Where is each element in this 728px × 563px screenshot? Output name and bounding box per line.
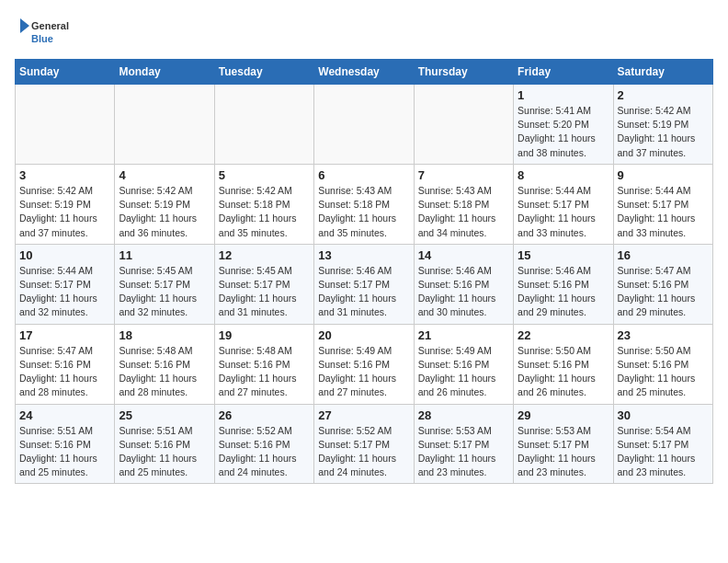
day-info: Sunrise: 5:52 AMSunset: 5:17 PMDaylight:… [318, 424, 409, 480]
day-info: Sunrise: 5:43 AMSunset: 5:18 PMDaylight:… [418, 184, 509, 240]
weekday-header: Wednesday [314, 60, 414, 85]
day-info: Sunrise: 5:54 AMSunset: 5:17 PMDaylight:… [618, 424, 709, 480]
day-info: Sunrise: 5:52 AMSunset: 5:16 PMDaylight:… [219, 424, 310, 480]
weekday-header: Friday [514, 60, 613, 85]
calendar-cell: 10Sunrise: 5:44 AMSunset: 5:17 PMDayligh… [16, 244, 115, 324]
day-number: 4 [119, 168, 210, 182]
calendar-cell: 27Sunrise: 5:52 AMSunset: 5:17 PMDayligh… [314, 404, 414, 484]
day-number: 24 [19, 408, 110, 422]
day-info: Sunrise: 5:50 AMSunset: 5:16 PMDaylight:… [518, 344, 609, 400]
svg-marker-2 [20, 18, 29, 33]
weekday-header: Monday [115, 60, 214, 85]
day-info: Sunrise: 5:42 AMSunset: 5:18 PMDaylight:… [219, 184, 310, 240]
calendar-cell: 19Sunrise: 5:48 AMSunset: 5:16 PMDayligh… [214, 324, 313, 404]
calendar-week-row: 1Sunrise: 5:41 AMSunset: 5:20 PMDaylight… [16, 85, 713, 165]
day-number: 15 [518, 248, 609, 262]
day-info: Sunrise: 5:48 AMSunset: 5:16 PMDaylight:… [119, 344, 210, 400]
day-number: 27 [318, 408, 409, 422]
calendar-cell: 8Sunrise: 5:44 AMSunset: 5:17 PMDaylight… [514, 164, 613, 244]
calendar-cell [16, 85, 115, 165]
calendar-week-row: 24Sunrise: 5:51 AMSunset: 5:16 PMDayligh… [16, 404, 713, 484]
day-info: Sunrise: 5:49 AMSunset: 5:16 PMDaylight:… [418, 344, 509, 400]
calendar-cell [314, 85, 414, 165]
day-number: 10 [19, 248, 110, 262]
calendar-cell [115, 85, 214, 165]
calendar-cell: 15Sunrise: 5:46 AMSunset: 5:16 PMDayligh… [514, 244, 613, 324]
day-info: Sunrise: 5:47 AMSunset: 5:16 PMDaylight:… [19, 344, 110, 400]
day-info: Sunrise: 5:42 AMSunset: 5:19 PMDaylight:… [19, 184, 110, 240]
day-info: Sunrise: 5:53 AMSunset: 5:17 PMDaylight:… [518, 424, 609, 480]
day-info: Sunrise: 5:42 AMSunset: 5:19 PMDaylight:… [618, 104, 709, 160]
calendar-header-row: SundayMondayTuesdayWednesdayThursdayFrid… [16, 60, 713, 85]
calendar-cell: 21Sunrise: 5:49 AMSunset: 5:16 PMDayligh… [414, 324, 513, 404]
day-info: Sunrise: 5:45 AMSunset: 5:17 PMDaylight:… [119, 264, 210, 320]
day-number: 11 [119, 248, 210, 262]
day-info: Sunrise: 5:51 AMSunset: 5:16 PMDaylight:… [19, 424, 110, 480]
calendar-cell: 29Sunrise: 5:53 AMSunset: 5:17 PMDayligh… [514, 404, 613, 484]
weekday-header: Tuesday [214, 60, 313, 85]
day-number: 14 [418, 248, 509, 262]
day-info: Sunrise: 5:47 AMSunset: 5:16 PMDaylight:… [618, 264, 709, 320]
day-number: 21 [418, 328, 509, 342]
calendar-cell: 16Sunrise: 5:47 AMSunset: 5:16 PMDayligh… [613, 244, 712, 324]
calendar-cell: 3Sunrise: 5:42 AMSunset: 5:19 PMDaylight… [16, 164, 115, 244]
day-number: 7 [418, 168, 509, 182]
calendar-cell: 23Sunrise: 5:50 AMSunset: 5:16 PMDayligh… [613, 324, 712, 404]
calendar-cell: 24Sunrise: 5:51 AMSunset: 5:16 PMDayligh… [16, 404, 115, 484]
day-number: 30 [618, 408, 709, 422]
day-number: 28 [418, 408, 509, 422]
calendar-cell [214, 85, 313, 165]
day-info: Sunrise: 5:44 AMSunset: 5:17 PMDaylight:… [19, 264, 110, 320]
calendar-week-row: 3Sunrise: 5:42 AMSunset: 5:19 PMDaylight… [16, 164, 713, 244]
day-info: Sunrise: 5:43 AMSunset: 5:18 PMDaylight:… [318, 184, 409, 240]
calendar-week-row: 10Sunrise: 5:44 AMSunset: 5:17 PMDayligh… [16, 244, 713, 324]
day-info: Sunrise: 5:45 AMSunset: 5:17 PMDaylight:… [219, 264, 310, 320]
calendar-cell: 6Sunrise: 5:43 AMSunset: 5:18 PMDaylight… [314, 164, 414, 244]
day-info: Sunrise: 5:44 AMSunset: 5:17 PMDaylight:… [518, 184, 609, 240]
calendar-cell: 14Sunrise: 5:46 AMSunset: 5:16 PMDayligh… [414, 244, 513, 324]
day-number: 22 [518, 328, 609, 342]
weekday-header: Sunday [16, 60, 115, 85]
day-number: 1 [518, 88, 609, 102]
logo: General Blue [15, 15, 70, 50]
calendar-cell: 12Sunrise: 5:45 AMSunset: 5:17 PMDayligh… [214, 244, 313, 324]
day-number: 12 [219, 248, 310, 262]
calendar-cell: 11Sunrise: 5:45 AMSunset: 5:17 PMDayligh… [115, 244, 214, 324]
calendar-cell: 7Sunrise: 5:43 AMSunset: 5:18 PMDaylight… [414, 164, 513, 244]
calendar-cell: 30Sunrise: 5:54 AMSunset: 5:17 PMDayligh… [613, 404, 712, 484]
calendar-table: SundayMondayTuesdayWednesdayThursdayFrid… [15, 59, 713, 484]
weekday-header: Saturday [613, 60, 712, 85]
day-number: 20 [318, 328, 409, 342]
day-number: 23 [618, 328, 709, 342]
day-info: Sunrise: 5:53 AMSunset: 5:17 PMDaylight:… [418, 424, 509, 480]
day-number: 13 [318, 248, 409, 262]
day-info: Sunrise: 5:42 AMSunset: 5:19 PMDaylight:… [119, 184, 210, 240]
day-info: Sunrise: 5:46 AMSunset: 5:16 PMDaylight:… [418, 264, 509, 320]
page-header: General Blue [15, 15, 713, 50]
calendar-cell: 1Sunrise: 5:41 AMSunset: 5:20 PMDaylight… [514, 85, 613, 165]
calendar-cell: 17Sunrise: 5:47 AMSunset: 5:16 PMDayligh… [16, 324, 115, 404]
calendar-cell: 4Sunrise: 5:42 AMSunset: 5:19 PMDaylight… [115, 164, 214, 244]
day-info: Sunrise: 5:44 AMSunset: 5:17 PMDaylight:… [618, 184, 709, 240]
calendar-cell: 2Sunrise: 5:42 AMSunset: 5:19 PMDaylight… [613, 85, 712, 165]
day-number: 3 [19, 168, 110, 182]
calendar-cell: 25Sunrise: 5:51 AMSunset: 5:16 PMDayligh… [115, 404, 214, 484]
calendar-cell: 18Sunrise: 5:48 AMSunset: 5:16 PMDayligh… [115, 324, 214, 404]
day-info: Sunrise: 5:48 AMSunset: 5:16 PMDaylight:… [219, 344, 310, 400]
day-info: Sunrise: 5:51 AMSunset: 5:16 PMDaylight:… [119, 424, 210, 480]
calendar-cell: 26Sunrise: 5:52 AMSunset: 5:16 PMDayligh… [214, 404, 313, 484]
weekday-header: Thursday [414, 60, 513, 85]
calendar-cell: 9Sunrise: 5:44 AMSunset: 5:17 PMDaylight… [613, 164, 712, 244]
day-number: 17 [19, 328, 110, 342]
day-info: Sunrise: 5:41 AMSunset: 5:20 PMDaylight:… [518, 104, 609, 160]
day-number: 25 [119, 408, 210, 422]
calendar-cell [414, 85, 513, 165]
day-number: 8 [518, 168, 609, 182]
day-number: 6 [318, 168, 409, 182]
calendar-cell: 28Sunrise: 5:53 AMSunset: 5:17 PMDayligh… [414, 404, 513, 484]
calendar-cell: 13Sunrise: 5:46 AMSunset: 5:17 PMDayligh… [314, 244, 414, 324]
day-info: Sunrise: 5:46 AMSunset: 5:16 PMDaylight:… [518, 264, 609, 320]
calendar-cell: 5Sunrise: 5:42 AMSunset: 5:18 PMDaylight… [214, 164, 313, 244]
day-number: 18 [119, 328, 210, 342]
day-number: 9 [618, 168, 709, 182]
